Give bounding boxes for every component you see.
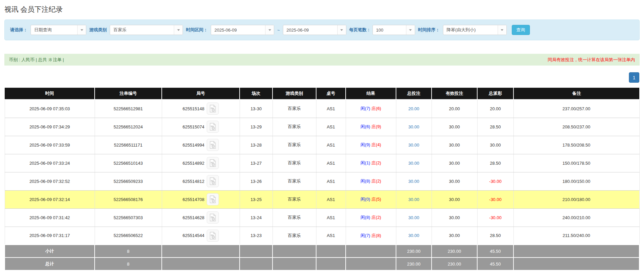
- cell-remark: 208.50/237.00: [513, 118, 639, 136]
- cell-round-id: 625514994: [162, 136, 240, 154]
- payout-value: -30.00: [489, 197, 502, 202]
- pagination-top: 1: [4, 72, 639, 83]
- col-payout: 总派彩: [477, 88, 513, 100]
- cell-result: 闲(9) 庄(4): [346, 136, 396, 154]
- cell-bet-id: 522566507303: [95, 208, 162, 227]
- cell-table-no: AS1: [316, 227, 346, 245]
- search-button[interactable]: 查询: [512, 25, 530, 35]
- tilde-separator: ~: [277, 28, 280, 33]
- game-type-select[interactable]: 百家乐: [110, 25, 183, 35]
- video-replay-button[interactable]: [207, 211, 219, 224]
- cell-remark: 211.50/240.00: [513, 227, 639, 245]
- cell-payout: -30.00: [477, 208, 513, 227]
- cell-round-id: 625514628: [162, 208, 240, 227]
- total-bet-link[interactable]: 30.00: [408, 124, 419, 129]
- cell-round-id: 625514892: [162, 154, 240, 172]
- video-file-icon: [209, 213, 217, 222]
- result-banker: 庄(2): [371, 215, 381, 220]
- total-bet-link[interactable]: 30.00: [408, 143, 419, 148]
- result-player: 闲(9): [360, 142, 370, 147]
- video-replay-button[interactable]: [207, 121, 219, 133]
- video-replay-button[interactable]: [207, 103, 219, 115]
- table-row: 2025-06-09 07:32:52522566509233625514812…: [5, 172, 639, 190]
- payout-value: 28.50: [490, 233, 501, 238]
- cell-game-type: 百家乐: [273, 136, 316, 154]
- footer-valid-bet: 230.00: [432, 245, 477, 257]
- cell-total-bet: 30.00: [396, 136, 432, 154]
- cell-remark: 210.00/180.00: [513, 190, 639, 208]
- cell-result: 闲(8) 庄(2): [346, 208, 396, 227]
- video-file-icon: [209, 232, 217, 240]
- col-table-no: 桌号: [316, 88, 346, 100]
- cell-bet-id: 522566508176: [95, 190, 162, 208]
- table-row: 2025-06-09 07:33:24522566510143625514892…: [5, 154, 639, 172]
- cell-session: 13-28: [240, 136, 273, 154]
- cell-bet-id: 522566512981: [95, 100, 162, 118]
- chevron-down-icon[interactable]: [406, 25, 415, 35]
- chevron-down-icon[interactable]: [265, 25, 274, 35]
- round-id-text: 625514544: [183, 233, 204, 238]
- time-sort-select[interactable]: 降幂(由大到小): [443, 25, 507, 35]
- result-banker: 庄(2): [371, 178, 381, 184]
- cell-game-type: 百家乐: [273, 172, 316, 190]
- cell-payout: 28.50: [477, 118, 513, 136]
- per-page-select[interactable]: 100: [373, 25, 415, 35]
- cell-game-type: 百家乐: [273, 100, 316, 118]
- chevron-down-icon[interactable]: [77, 25, 86, 35]
- chevron-down-icon[interactable]: [498, 25, 506, 35]
- cell-valid-bet: 30.00: [432, 190, 477, 208]
- total-bet-link[interactable]: 30.00: [408, 161, 419, 166]
- query-type-select[interactable]: 日期查询: [31, 25, 86, 35]
- video-replay-button[interactable]: [207, 193, 219, 205]
- cell-remark: 178.50/208.50: [513, 136, 639, 154]
- result-player: 闲(6): [360, 124, 370, 129]
- cell-remark: 237.00/257.00: [513, 100, 639, 118]
- cell-total-bet: 30.00: [396, 227, 432, 245]
- video-replay-button[interactable]: [207, 157, 219, 169]
- cell-bet-id: 522566506522: [95, 227, 162, 245]
- chevron-down-icon[interactable]: [174, 25, 183, 35]
- video-file-icon: [209, 123, 217, 131]
- col-valid-bet: 有效投注: [432, 88, 477, 100]
- total-bet-link[interactable]: 30.00: [408, 233, 419, 238]
- result-player: 闲(8): [360, 215, 370, 220]
- payout-value: -30.00: [489, 215, 502, 220]
- payout-value: 30.00: [490, 143, 501, 148]
- table-row: 2025-06-09 07:33:59522566511171625514994…: [5, 136, 639, 154]
- total-bet-link[interactable]: 30.00: [408, 197, 419, 202]
- result-player: 闲(8): [360, 178, 370, 184]
- cell-time: 2025-06-09 07:32:14: [5, 190, 95, 208]
- video-replay-button[interactable]: [207, 230, 219, 242]
- cell-valid-bet: 30.00: [432, 208, 477, 227]
- cell-session: 13-25: [240, 190, 273, 208]
- col-total-bet: 总投注: [396, 88, 432, 100]
- time-sort-value: 降幂(由大到小): [443, 27, 498, 33]
- cell-time: 2025-06-09 07:31:42: [5, 208, 95, 227]
- total-bet-link[interactable]: 30.00: [408, 215, 419, 220]
- footer-payout: 45.50: [477, 245, 513, 257]
- page-1-button[interactable]: 1: [629, 72, 639, 83]
- per-page-value: 100: [373, 28, 406, 33]
- total-bet-link[interactable]: 30.00: [408, 179, 419, 184]
- cell-table-no: AS1: [316, 100, 346, 118]
- cell-bet-id: 522566509233: [95, 172, 162, 190]
- cell-total-bet: 30.00: [396, 172, 432, 190]
- result-player: 闲(7): [360, 233, 370, 238]
- cell-result: 闲(1) 庄(2): [346, 154, 396, 172]
- video-replay-button[interactable]: [207, 139, 219, 151]
- video-file-icon: [209, 105, 217, 113]
- date-to-select[interactable]: 2025-06-09: [283, 25, 346, 35]
- date-to-value: 2025-06-09: [283, 28, 337, 33]
- date-from-select[interactable]: 2025-06-09: [211, 25, 274, 35]
- bet-records-table: 时间 注单编号 局号 场次 游戏类别 桌号 结果 总投注 有效投注 总派彩 备注…: [4, 88, 640, 271]
- total-bet-link[interactable]: 20.00: [408, 106, 419, 111]
- col-session: 场次: [240, 88, 273, 100]
- round-id-text: 625515148: [183, 106, 204, 111]
- summary-bar: 币别 : 人民币 | 总共 :8 注单 | 同局有效投注，统一计算在该局第一张注…: [4, 54, 640, 66]
- cell-valid-bet: 30.00: [432, 227, 477, 245]
- chevron-down-icon[interactable]: [337, 25, 346, 35]
- table-row: 2025-06-09 07:31:42522566507303625514628…: [5, 208, 639, 227]
- cell-time: 2025-06-09 07:33:24: [5, 154, 95, 172]
- video-replay-button[interactable]: [207, 175, 219, 187]
- cell-remark: 180.00/150.00: [513, 172, 639, 190]
